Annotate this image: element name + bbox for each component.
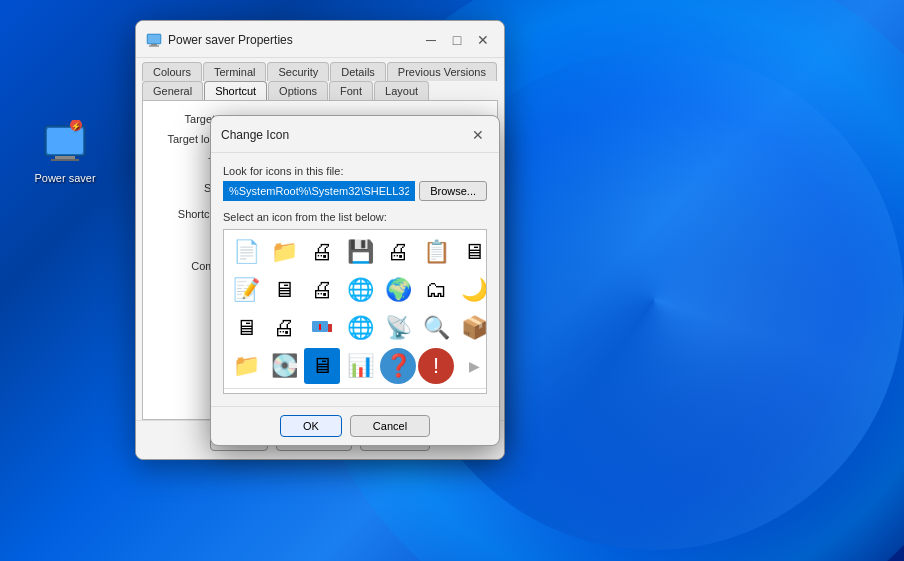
select-icon-label: Select an icon from the list below: (223, 211, 487, 223)
icon-cell-19[interactable]: 🖨 (266, 310, 302, 346)
icon-cell-0[interactable]: 📄 (228, 234, 264, 270)
icon-cell-10[interactable]: 🖥 (266, 272, 302, 308)
tab-security[interactable]: Security (267, 62, 329, 81)
icon-cell-3[interactable]: 💾 (342, 234, 378, 270)
svg-rect-11 (328, 324, 332, 332)
icon-cell-15[interactable]: 🌙 (456, 272, 487, 308)
icon-cell-22[interactable]: 📡 (380, 310, 416, 346)
icon-cell-33[interactable]: ▶ (456, 348, 487, 384)
tabs-row-1: Colours Terminal Security Details Previo… (142, 62, 498, 81)
desktop: ⚡ Power saver Power saver Properties ─ □… (0, 0, 904, 561)
icon-cell-28[interactable]: 💽 (266, 348, 302, 384)
file-path-row: Browse... (223, 181, 487, 201)
modal-body: Look for icons in this file: Browse... S… (211, 153, 499, 406)
tab-colours[interactable]: Colours (142, 62, 202, 81)
icon-cell-13[interactable]: 🌍 (380, 272, 416, 308)
svg-rect-8 (151, 44, 157, 46)
change-icon-modal: Change Icon ✕ Look for icons in this fil… (210, 115, 500, 446)
tab-terminal[interactable]: Terminal (203, 62, 267, 81)
tabs-container-row2: General Shortcut Options Font Layout (136, 81, 504, 100)
icon-cell-1[interactable]: 📁 (266, 234, 302, 270)
titlebar-left: Power saver Properties (146, 32, 293, 48)
icons-grid-container[interactable]: 📄 📁 🖨 💾 🖨 📋 🖥 ⬛ ↗ 📝 🖥 🖨 🌐 🌍 🗂 (223, 229, 487, 394)
tab-previous-versions[interactable]: Previous Versions (387, 62, 497, 81)
maximize-button[interactable]: □ (446, 29, 468, 51)
icons-grid: 📄 📁 🖨 💾 🖨 📋 🖥 ⬛ ↗ 📝 🖥 🖨 🌐 🌍 🗂 (224, 230, 486, 388)
modal-ok-button[interactable]: OK (280, 415, 342, 437)
icon-cell-29[interactable]: 🖥 (304, 348, 340, 384)
modal-title: Change Icon (221, 128, 289, 142)
svg-rect-9 (149, 46, 159, 47)
icon-cell-27[interactable]: 📁 (228, 348, 264, 384)
tab-font[interactable]: Font (329, 81, 373, 100)
look-for-label: Look for icons in this file: (223, 165, 487, 177)
icon-cell-23[interactable]: 🔍 (418, 310, 454, 346)
dialog-title: Power saver Properties (168, 33, 293, 47)
minimize-button[interactable]: ─ (420, 29, 442, 51)
titlebar-controls: ─ □ ✕ (420, 29, 494, 51)
icon-cell-9[interactable]: 📝 (228, 272, 264, 308)
icon-cell-21[interactable]: 🌐 (342, 310, 378, 346)
icon-cell-11[interactable]: 🖨 (304, 272, 340, 308)
tabs-row-2: General Shortcut Options Font Layout (142, 81, 498, 100)
icon-cell-30[interactable]: 📊 (342, 348, 378, 384)
icon-cell-14[interactable]: 🗂 (418, 272, 454, 308)
svg-rect-2 (55, 156, 75, 159)
modal-cancel-button[interactable]: Cancel (350, 415, 430, 437)
modal-footer: OK Cancel (211, 406, 499, 445)
icon-cell-24[interactable]: 📦 (456, 310, 487, 346)
tab-layout[interactable]: Layout (374, 81, 429, 100)
svg-rect-7 (148, 35, 160, 43)
icon-cell-5[interactable]: 📋 (418, 234, 454, 270)
dialog-titlebar: Power saver Properties ─ □ ✕ (136, 21, 504, 58)
modal-titlebar: Change Icon ✕ (211, 116, 499, 153)
icon-cell-4[interactable]: 🖨 (380, 234, 416, 270)
icon-cell-2[interactable]: 🖨 (304, 234, 340, 270)
browse-button[interactable]: Browse... (419, 181, 487, 201)
title-icon (146, 32, 162, 48)
desktop-icon-label: Power saver (34, 172, 95, 184)
icon-cell-32[interactable]: ! (418, 348, 454, 384)
desktop-icon-image: ⚡ (41, 120, 89, 168)
svg-rect-1 (47, 128, 83, 154)
icon-cell-12[interactable]: 🌐 (342, 272, 378, 308)
file-path-input[interactable] (223, 181, 415, 201)
icon-cell-6[interactable]: 🖥 (456, 234, 487, 270)
tab-shortcut[interactable]: Shortcut (204, 81, 267, 100)
desktop-icon-power-saver[interactable]: ⚡ Power saver (30, 120, 100, 184)
icon-cell-20[interactable] (304, 310, 340, 346)
icon-cell-18[interactable]: 🖥 (228, 310, 264, 346)
tab-options[interactable]: Options (268, 81, 328, 100)
tab-details[interactable]: Details (330, 62, 386, 81)
modal-close-button[interactable]: ✕ (467, 124, 489, 146)
icon-cell-31[interactable]: ❓ (380, 348, 416, 384)
close-button[interactable]: ✕ (472, 29, 494, 51)
scrollbar-indicator: — (224, 388, 486, 394)
tabs-container-row1: Colours Terminal Security Details Previo… (136, 58, 504, 81)
tab-general[interactable]: General (142, 81, 203, 100)
svg-rect-3 (51, 159, 79, 161)
svg-text:⚡: ⚡ (71, 121, 81, 131)
